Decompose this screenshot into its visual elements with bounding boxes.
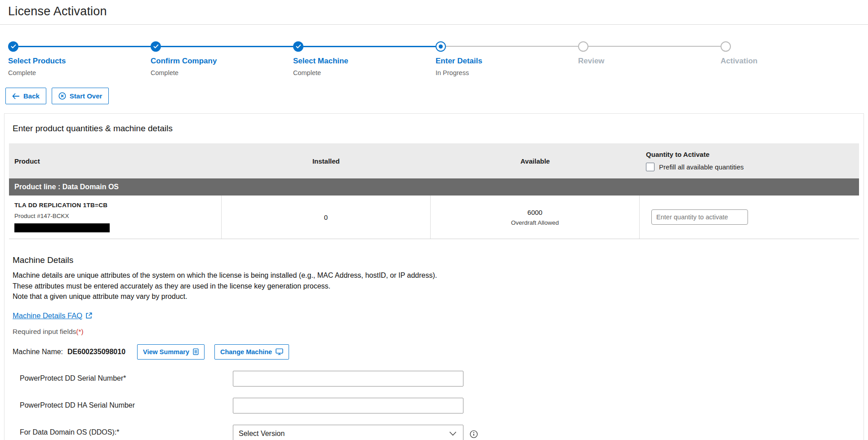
- machine-name-label: Machine Name:: [13, 348, 63, 356]
- product-quantities-table: Product Installed Available Quantity to …: [9, 143, 859, 239]
- step-label: Activation: [721, 57, 757, 66]
- start-over-button[interactable]: Start Over: [52, 88, 109, 104]
- step-status: [578, 69, 721, 77]
- overdraft-note: Overdraft Allowed: [511, 219, 559, 226]
- step-connector: [588, 46, 721, 47]
- available-value: 6000: [527, 209, 542, 216]
- machine-details-section: Machine Details Machine details are uniq…: [9, 239, 859, 440]
- quantity-cell: [640, 196, 859, 239]
- step-review: Review: [578, 41, 721, 77]
- column-header-quantity: Quantity to Activate Prefill all availab…: [640, 143, 859, 178]
- ddos-version-label: For Data Domain OS (DDOS):: [20, 428, 116, 436]
- start-over-button-label: Start Over: [70, 92, 102, 100]
- ddos-version-select[interactable]: Select Version: [233, 425, 463, 440]
- field-label-col: PowerProtect DD Serial Number*: [13, 371, 233, 382]
- column-header-installed: Installed: [222, 143, 431, 178]
- external-link-icon: [85, 312, 93, 319]
- step-label: Enter Details: [436, 57, 578, 66]
- step-label: Select Machine: [293, 57, 436, 66]
- redacted-text: [14, 223, 110, 232]
- machine-details-heading: Machine Details: [13, 255, 855, 265]
- dd-ha-serial-input[interactable]: [233, 398, 463, 413]
- machine-name-value: DE600235098010: [67, 348, 125, 356]
- faq-link-label: Machine Details FAQ: [13, 311, 82, 320]
- product-number: Product #147-BCKX: [14, 213, 216, 219]
- enter-details-panel: Enter product quantities & machine detai…: [4, 113, 864, 440]
- required-star: *: [116, 428, 119, 436]
- table-row: TLA DD REPLICATION 1TB=CB Product #147-B…: [9, 196, 859, 239]
- machine-details-description-line2: These attributes must be entered accurat…: [13, 281, 855, 292]
- license-activation-page: License Activation Select Products Compl…: [0, 0, 868, 440]
- document-icon: [193, 348, 199, 355]
- wizard-stepper: Select Products Complete Confirm Company…: [0, 25, 868, 77]
- back-button[interactable]: Back: [5, 88, 46, 104]
- step-label: Confirm Company: [151, 57, 293, 66]
- quantity-to-activate-input[interactable]: [651, 209, 748, 225]
- change-machine-label: Change Machine: [220, 348, 272, 356]
- change-machine-button[interactable]: Change Machine: [214, 344, 289, 360]
- info-icon[interactable]: [470, 430, 478, 438]
- field-label-col: PowerProtect DD HA Serial Number: [13, 398, 233, 409]
- step-current-icon: [436, 41, 446, 52]
- form-row-ddos-version: For Data Domain OS (DDOS):* What version…: [13, 425, 855, 440]
- dd-serial-input[interactable]: [233, 371, 463, 387]
- dd-serial-label: PowerProtect DD Serial Number: [20, 374, 123, 382]
- step-pending-icon: [578, 41, 588, 52]
- required-fields-text: Required input fields: [13, 328, 76, 335]
- step-status: In Progress: [436, 69, 578, 77]
- step-select-machine: Select Machine Complete: [293, 41, 436, 77]
- form-row-dd-ha-serial: PowerProtect DD HA Serial Number: [13, 398, 855, 413]
- form-row-dd-serial: PowerProtect DD Serial Number*: [13, 371, 855, 387]
- column-header-available: Available: [431, 143, 640, 178]
- prefill-label: Prefill all available quantities: [659, 163, 743, 171]
- arrow-left-icon: [12, 93, 20, 99]
- step-status: Complete: [8, 69, 151, 77]
- step-status: Complete: [293, 69, 436, 77]
- circle-x-icon: [58, 92, 66, 100]
- step-connector: [18, 46, 151, 47]
- step-select-products: Select Products Complete: [8, 41, 151, 77]
- field-label-col: For Data Domain OS (DDOS):* What version…: [13, 425, 233, 440]
- step-label: Review: [578, 57, 721, 66]
- column-header-quantity-label: Quantity to Activate: [646, 151, 854, 158]
- machine-details-faq-link[interactable]: Machine Details FAQ: [13, 311, 93, 320]
- required-star: *: [123, 374, 126, 382]
- available-cell: 6000 Overdraft Allowed: [431, 196, 640, 239]
- chevron-down-icon: [449, 431, 457, 436]
- section-heading: Enter product quantities & machine detai…: [9, 119, 859, 143]
- step-complete-check-icon: [151, 41, 161, 52]
- required-marker: (*): [76, 328, 83, 335]
- step-connector: [303, 46, 436, 47]
- product-line-group-header: Product line : Data Domain OS: [9, 178, 859, 196]
- step-confirm-company: Confirm Company Complete: [151, 41, 293, 77]
- step-pending-icon: [721, 41, 731, 52]
- page-title: License Activation: [0, 0, 868, 24]
- product-name: TLA DD REPLICATION 1TB=CB: [14, 202, 216, 209]
- step-connector: [446, 46, 578, 47]
- machine-details-description-line3: Note that a given unique attribute may v…: [13, 291, 855, 302]
- prefill-option: Prefill all available quantities: [646, 163, 854, 171]
- table-header-row: Product Installed Available Quantity to …: [9, 143, 859, 178]
- step-connector: [161, 46, 293, 47]
- installed-cell: 0: [222, 196, 431, 239]
- dd-ha-serial-label: PowerProtect DD HA Serial Number: [20, 401, 135, 409]
- select-value: Select Version: [239, 430, 285, 438]
- step-complete-check-icon: [293, 41, 303, 52]
- machine-name-row: Machine Name: DE600235098010 View Summar…: [13, 344, 855, 360]
- wizard-toolbar: Back Start Over: [0, 77, 868, 104]
- step-enter-details: Enter Details In Progress: [436, 41, 578, 77]
- monitor-icon: [276, 348, 283, 355]
- step-status: Complete: [151, 69, 293, 77]
- step-complete-check-icon: [8, 41, 18, 52]
- required-fields-note: Required input fields(*): [13, 328, 855, 336]
- back-button-label: Back: [23, 92, 40, 100]
- step-label: Select Products: [8, 57, 151, 66]
- view-summary-button[interactable]: View Summary: [137, 344, 205, 360]
- view-summary-label: View Summary: [143, 348, 189, 356]
- step-status: [721, 69, 757, 77]
- step-activation: Activation: [721, 41, 757, 77]
- machine-details-description-line1: Machine details are unique attributes of…: [13, 270, 855, 281]
- product-cell: TLA DD REPLICATION 1TB=CB Product #147-B…: [9, 196, 222, 239]
- column-header-product: Product: [9, 143, 222, 178]
- prefill-checkbox[interactable]: [646, 163, 654, 171]
